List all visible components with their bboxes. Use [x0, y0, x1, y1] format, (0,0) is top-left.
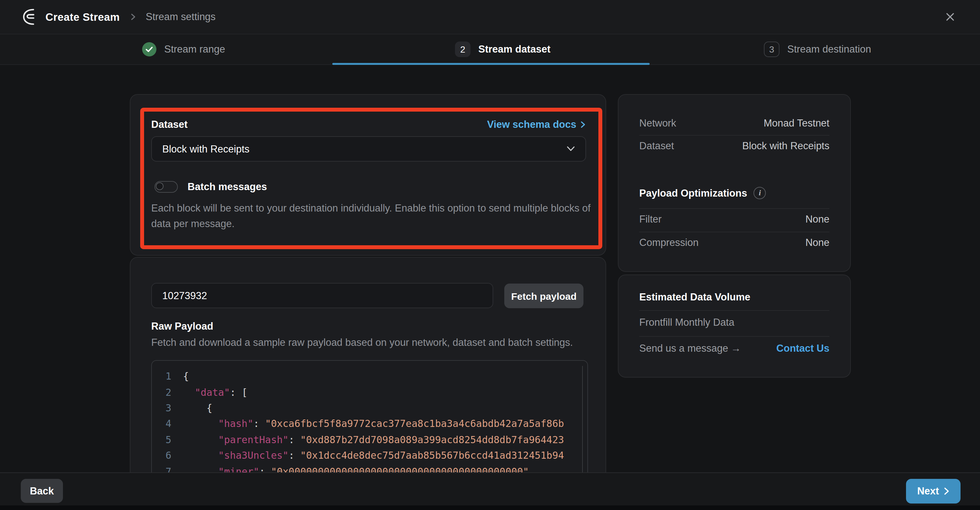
compression-label: Compression [639, 237, 698, 248]
contact-row: Send us a message → Contact Us [639, 343, 829, 354]
divider [639, 336, 829, 337]
send-message-label: Send us a message → [639, 343, 741, 354]
payload-optimizations-header: Payload Optimizations i [639, 187, 829, 199]
batch-messages-row: Batch messages [154, 181, 267, 193]
dataset-dropdown[interactable]: Block with Receipts [151, 136, 586, 162]
network-value: Monad Testnet [764, 118, 829, 129]
payload-optimizations-heading: Payload Optimizations [639, 187, 747, 199]
next-button[interactable]: Next [906, 479, 961, 504]
compression-value: None [805, 237, 829, 248]
code-line: 1 { [152, 369, 587, 384]
info-icon[interactable]: i [754, 187, 766, 199]
fetch-payload-button[interactable]: Fetch payload [504, 284, 584, 308]
code-line: 2 "data": [ [152, 384, 587, 400]
tab-stream-range[interactable]: Stream range [142, 34, 225, 64]
page-title: Create Stream [45, 11, 120, 23]
network-row: Network Monad Testnet [639, 118, 829, 129]
batch-messages-description: Each block will be sent to your destinat… [151, 200, 603, 232]
frontfill-row: Frontfill Monthly Data [639, 317, 829, 328]
batch-messages-toggle[interactable] [154, 181, 178, 193]
network-label: Network [639, 118, 676, 129]
dataset-value: Block with Receipts [742, 140, 829, 152]
volume-header: Estimated Data Volume [639, 291, 829, 303]
stream-summary-card: Network Monad Testnet Dataset Block with… [618, 94, 851, 272]
tab-stream-destination[interactable]: 3 Stream destination [764, 34, 871, 64]
breadcrumb: Stream settings [146, 11, 215, 23]
divider [639, 310, 829, 311]
view-schema-docs-link[interactable]: View schema docs [487, 119, 586, 130]
raw-payload-heading: Raw Payload [151, 321, 213, 332]
tab-label: Stream dataset [478, 43, 550, 55]
line-number: 2 [152, 386, 171, 398]
tab-label: Stream destination [787, 43, 871, 55]
chevron-right-icon [579, 121, 586, 129]
dataset-row: Dataset Block with Receipts [639, 140, 829, 152]
chevron-right-icon [943, 487, 950, 495]
chevron-down-icon [566, 146, 575, 152]
filter-label: Filter [639, 213, 662, 225]
dataset-label: Dataset [151, 119, 188, 130]
dataset-card-header: Dataset View schema docs [151, 119, 586, 130]
tab-stream-dataset[interactable]: 2 Stream dataset [455, 34, 550, 64]
footer-bar: Back Next [0, 472, 980, 510]
stream-logo-icon [21, 8, 39, 26]
schema-link-label: View schema docs [487, 119, 576, 130]
frontfill-label: Frontfill Monthly Data [639, 317, 734, 328]
code-line: 4 "hash": "0xca6fbcf5f8a9772cac377ea8c1b… [152, 416, 587, 432]
code-line: 3 { [152, 400, 587, 416]
data-volume-card: Estimated Data Volume Frontfill Monthly … [618, 275, 851, 378]
toggle-knob [156, 182, 164, 190]
block-number-input[interactable] [151, 283, 493, 308]
breadcrumb-chevron-icon [129, 13, 137, 21]
raw-payload-description: Fetch and download a sample raw payload … [151, 337, 573, 348]
tab-label: Stream range [164, 43, 225, 55]
filter-value: None [805, 213, 829, 225]
dataset-label: Dataset [639, 140, 674, 152]
step-tabs: Stream range 2 Stream dataset 3 Stream d… [0, 34, 980, 65]
dataset-dropdown-value: Block with Receipts [162, 143, 566, 155]
step-number-badge: 3 [764, 41, 780, 57]
header: Create Stream Stream settings [0, 0, 980, 34]
line-number: 1 [152, 370, 171, 382]
code-line: 6 "sha3Uncles": "0x1dcc4de8dec75d7aab85b… [152, 448, 587, 464]
line-number: 4 [152, 418, 171, 430]
step-number-badge: 2 [455, 41, 471, 57]
window-bottom-strip [0, 505, 980, 510]
batch-messages-label: Batch messages [188, 181, 267, 193]
create-stream-modal: Create Stream Stream settings Stream ran… [0, 0, 980, 510]
check-circle-icon [142, 42, 156, 56]
estimated-data-volume-heading: Estimated Data Volume [639, 291, 750, 303]
contact-us-link[interactable]: Contact Us [776, 343, 829, 354]
divider [639, 135, 829, 136]
back-button[interactable]: Back [21, 479, 63, 503]
line-number: 3 [152, 402, 171, 414]
compression-row: Compression None [639, 237, 829, 248]
next-label: Next [917, 485, 939, 497]
line-number: 5 [152, 434, 171, 446]
close-icon[interactable] [941, 8, 959, 26]
line-number: 6 [152, 450, 171, 461]
divider [639, 208, 829, 209]
filter-row: Filter None [639, 213, 829, 225]
active-tab-underline [332, 63, 650, 65]
code-line: 5 "parentHash": "0xd887b27dd7098a089a399… [152, 432, 587, 448]
divider [639, 232, 829, 232]
